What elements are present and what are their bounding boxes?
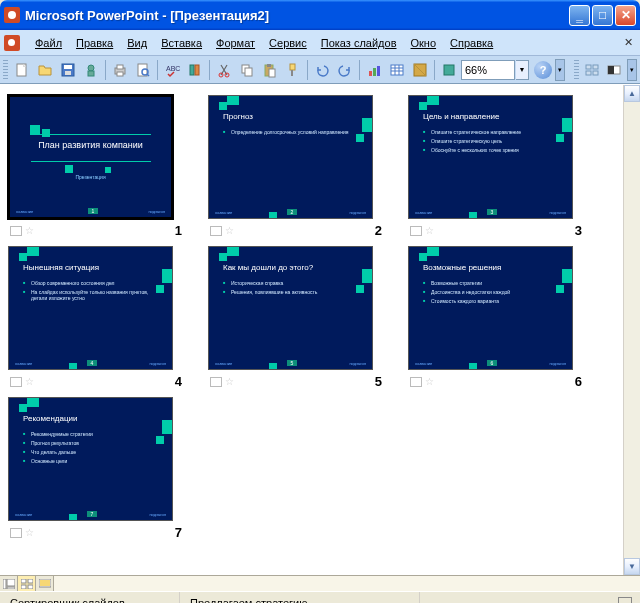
svg-rect-36 <box>593 65 598 69</box>
slideshow-view-button[interactable] <box>36 576 54 591</box>
menu-edit[interactable]: Правка <box>69 35 120 51</box>
svg-rect-41 <box>3 579 6 589</box>
print-button[interactable] <box>109 59 131 81</box>
slide-title: Прогноз <box>223 112 362 121</box>
status-template: Предлагаем стратегию <box>180 592 420 603</box>
print-preview-button[interactable] <box>132 59 154 81</box>
toolbar-overflow-right[interactable]: ▾ <box>627 59 637 81</box>
svg-text:ABC: ABC <box>166 65 180 72</box>
maximize-button[interactable]: □ <box>592 5 613 26</box>
menu-tools[interactable]: Сервис <box>262 35 314 51</box>
toolbar-grip[interactable] <box>3 60 8 80</box>
minimize-button[interactable]: ‗ <box>569 5 590 26</box>
transition-icon[interactable] <box>210 226 222 236</box>
show-hide-grid-button[interactable] <box>581 59 603 81</box>
svg-rect-25 <box>373 68 376 76</box>
svg-rect-49 <box>40 580 50 586</box>
slide-thumbnail[interactable]: Прогноз Определение долгосрочных условий… <box>206 93 406 238</box>
slide-thumbnail[interactable]: План развития компании Презентация 1 наз… <box>6 93 206 238</box>
svg-rect-20 <box>267 64 271 67</box>
insert-table-button[interactable] <box>386 59 408 81</box>
menu-slideshow[interactable]: Показ слайдов <box>314 35 404 51</box>
spellcheck-button[interactable]: ABC <box>161 59 183 81</box>
menu-view[interactable]: Вид <box>120 35 154 51</box>
slide-number: 6 <box>575 374 582 389</box>
status-language[interactable] <box>610 595 640 604</box>
slide-body: Обзор современного состояния делНа слайд… <box>23 280 162 301</box>
cut-button[interactable] <box>213 59 235 81</box>
slide-sorter-view-button[interactable] <box>18 576 36 591</box>
open-button[interactable] <box>34 59 56 81</box>
slide-thumbnail[interactable]: Рекомендации Рекомендуемые стратегииПрог… <box>6 395 206 540</box>
svg-rect-47 <box>28 585 33 589</box>
svg-rect-7 <box>117 65 123 69</box>
save-button[interactable] <box>57 59 79 81</box>
slide-sorter-view[interactable]: План развития компании Презентация 1 наз… <box>0 84 640 575</box>
scroll-up-button[interactable]: ▲ <box>624 85 640 102</box>
slide-thumbnail[interactable]: Нынешняя ситуация Обзор современного сос… <box>6 244 206 389</box>
normal-view-button[interactable] <box>0 576 18 591</box>
slide-thumbnail[interactable]: Цель и направление Опишите стратегическо… <box>406 93 606 238</box>
zoom-input[interactable]: 66% <box>461 60 515 80</box>
document-close-button[interactable]: ✕ <box>620 35 636 51</box>
slide-subtitle: Презентация <box>75 174 105 180</box>
status-view-mode: Сортировщик слайдов <box>0 592 180 603</box>
help-button[interactable]: ? <box>534 61 552 79</box>
toolbar-overflow-button[interactable]: ▾ <box>555 59 565 81</box>
menu-help[interactable]: Справка <box>443 35 500 51</box>
menu-window[interactable]: Окно <box>404 35 444 51</box>
transition-icon[interactable] <box>210 377 222 387</box>
undo-button[interactable] <box>311 59 333 81</box>
show-formatting-button[interactable] <box>438 59 460 81</box>
toolbar-grip-right[interactable] <box>574 60 579 80</box>
close-button[interactable]: ✕ <box>615 5 636 26</box>
transition-icon[interactable] <box>10 377 22 387</box>
slide-title: План развития компании <box>31 140 151 150</box>
svg-rect-5 <box>88 71 94 76</box>
tables-borders-button[interactable] <box>409 59 431 81</box>
copy-button[interactable] <box>236 59 258 81</box>
animation-icon: ☆ <box>25 527 34 538</box>
insert-chart-button[interactable] <box>363 59 385 81</box>
slide-thumbnail[interactable]: Возможные решения Возможные стратегииДос… <box>406 244 606 389</box>
permission-button[interactable] <box>80 59 102 81</box>
svg-rect-35 <box>586 65 591 69</box>
slide-body: Определение долгосрочных условий направл… <box>223 129 362 135</box>
new-button[interactable] <box>11 59 33 81</box>
svg-rect-46 <box>21 585 26 589</box>
slide-thumbnail[interactable]: Как мы дошли до этого? Историческая спра… <box>206 244 406 389</box>
transition-icon[interactable] <box>10 528 22 538</box>
zoom-value: 66% <box>465 64 487 76</box>
svg-rect-21 <box>269 69 275 77</box>
svg-rect-37 <box>586 71 591 75</box>
slide-number: 1 <box>175 223 182 238</box>
menu-insert[interactable]: Вставка <box>154 35 209 51</box>
status-bar: Сортировщик слайдов Предлагаем стратегию <box>0 591 640 603</box>
scroll-down-button[interactable]: ▼ <box>624 558 640 575</box>
svg-rect-22 <box>290 64 295 70</box>
svg-rect-42 <box>7 579 15 586</box>
research-button[interactable] <box>184 59 206 81</box>
language-icon <box>618 597 632 604</box>
menu-bar: Файл Правка Вид Вставка Формат Сервис По… <box>0 30 640 56</box>
app-menu-icon[interactable] <box>4 35 20 51</box>
vertical-scrollbar[interactable]: ▲ ▼ <box>623 85 640 575</box>
paste-button[interactable] <box>259 59 281 81</box>
standard-toolbar: ABC 66% ▼ ? ▾ ▾ <box>0 56 640 84</box>
svg-rect-18 <box>245 68 252 76</box>
transition-icon[interactable] <box>410 226 422 236</box>
format-painter-button[interactable] <box>282 59 304 81</box>
viewbar-spacer <box>54 576 640 591</box>
color-grayscale-button[interactable] <box>603 59 625 81</box>
menu-file[interactable]: Файл <box>28 35 69 51</box>
redo-button[interactable] <box>334 59 356 81</box>
slide-number: 3 <box>575 223 582 238</box>
svg-rect-34 <box>444 65 454 75</box>
slide-body: Рекомендуемые стратегииПрогноз результат… <box>23 431 162 464</box>
zoom-dropdown-button[interactable]: ▼ <box>516 60 529 80</box>
transition-icon[interactable] <box>10 226 22 236</box>
slide-number: 2 <box>375 223 382 238</box>
menu-format[interactable]: Формат <box>209 35 262 51</box>
svg-rect-8 <box>117 72 123 76</box>
transition-icon[interactable] <box>410 377 422 387</box>
